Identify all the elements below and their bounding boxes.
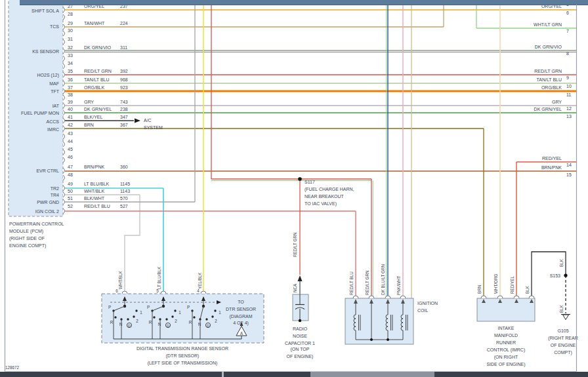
s117-label: NEAR BREAKOUT xyxy=(304,194,345,199)
pcm-pin-table: 27ORG/YEL237 28 29TAN/WHT224 30 31 32DK … xyxy=(68,4,130,208)
imrc-caption-line: SIDE OF ENGINE) xyxy=(486,362,525,367)
g105-line: COMPT) xyxy=(554,350,572,355)
cap-ground-dot xyxy=(299,319,301,322)
pos-r: R xyxy=(149,320,152,325)
scrollbar-thumb[interactable] xyxy=(310,372,434,377)
exit-num: 7 xyxy=(566,29,569,33)
coil-label: IGNITION xyxy=(417,301,438,306)
pos-n: N xyxy=(119,322,123,327)
imrc-caption-line: INTAKE xyxy=(498,326,514,330)
dtr-caption-line: DIGITAL TRANSMISSION RANGE SENSOR xyxy=(136,346,228,351)
pin-number: 29 xyxy=(68,21,73,26)
wire-name: BRN/PNK xyxy=(84,165,104,169)
ground-triangle-icon xyxy=(563,315,569,320)
pos-1: 1 xyxy=(178,310,181,315)
pos-p: P xyxy=(147,305,150,309)
s117-splice: S117 (FUEL CHARGE HARN, NEAR BREAKOUT TO… xyxy=(293,177,354,257)
wire-blk-imrc xyxy=(532,252,566,298)
arrow-right-icon xyxy=(135,119,140,123)
exit-num: 6 xyxy=(566,10,569,15)
signal-label: TR2 xyxy=(51,186,59,191)
wire-name: TAN/LT BLU xyxy=(84,77,110,82)
coil-junction-dot xyxy=(370,338,373,341)
wiring-diagram-page: 27ORG/YEL237 28 29TAN/WHT224 30 31 32DK … xyxy=(0,0,588,377)
coil-wire-label: DK BLU/LT GRN xyxy=(381,264,385,295)
ac-line1: A/C xyxy=(144,118,152,123)
exit-num: 13 xyxy=(566,114,572,119)
blk-label: BLK xyxy=(559,304,564,313)
radio-noise-capacitor: NCA RADIO NOISE CAPACITOR 1 (ON TOP OF E… xyxy=(285,275,315,359)
g105-line: G105 xyxy=(557,328,568,333)
pin-number: 43 xyxy=(68,131,73,136)
wiring-diagram-canvas: 27ORG/YEL237 28 29TAN/WHT224 30 31 32DK … xyxy=(0,0,588,377)
exit-num: 15 xyxy=(566,172,572,177)
dtr-sensor: 6 5 4 WHT/BLK LT BLU/BLK YEL/BLK xyxy=(102,266,264,366)
pin-number: 30 xyxy=(68,28,73,33)
exit-label: DK GRN/YEL xyxy=(534,107,562,111)
cap-wire-label: RED/LT GRN xyxy=(293,232,297,257)
imrc-wire-label: BRN xyxy=(477,285,482,294)
exit-label: WHT/LT GRN xyxy=(534,22,562,27)
wire-name: DK GRN/YEL xyxy=(84,107,112,111)
pin-number: 33 xyxy=(68,53,73,58)
signal-label: ACCS xyxy=(47,119,60,124)
imrc-wire-label: WHT/ORG xyxy=(494,273,498,294)
ignition-coil: IGNITION COIL RED/LT BLU RED/LT GRN DK B… xyxy=(345,264,438,344)
pin-number: 31 xyxy=(68,37,73,41)
exit-num: 14 xyxy=(566,163,572,167)
dtr-wire-label: WHT/BLK xyxy=(118,270,123,289)
coil-pin-arcs xyxy=(353,296,406,298)
pin-number: 35 xyxy=(68,69,73,73)
s153-label: S153 xyxy=(550,273,560,278)
wire-name: RED/LT GRN xyxy=(84,69,112,73)
pin-number: 34 xyxy=(68,61,73,66)
imrc-caption-line: (ON RIGHT xyxy=(494,355,518,360)
coil-wire-label: PNK/WHT xyxy=(396,276,401,295)
exit-label: DK GRN/VIO xyxy=(535,45,562,49)
dtr-note-line: DTR SENSOR xyxy=(226,307,256,311)
ac-system-ref: A/C SYSTEM xyxy=(135,118,163,130)
circuit-number: 923 xyxy=(120,85,128,90)
exit-label: GRY xyxy=(552,100,562,104)
circuit-number: 347 xyxy=(120,115,128,119)
pin-number: 49 xyxy=(68,182,73,186)
wires xyxy=(65,5,576,313)
circuit-number: 238 xyxy=(120,107,128,111)
imrc: BRN WHT/ORG RED/YEL BLK INTAKE MANIFOLD … xyxy=(477,273,535,367)
exit-label: RED/LT GRN xyxy=(534,69,562,73)
imrc-wire-label: BLK xyxy=(525,285,530,294)
dtr-caption: DIGITAL TRANSMISSION RANGE SENSOR (DTR S… xyxy=(136,346,228,366)
pin-number: 38 xyxy=(68,92,73,97)
wire-name: GRY xyxy=(84,100,94,104)
exit-num: 10 xyxy=(566,84,572,89)
cap-caption: CAPACITOR 1 xyxy=(285,341,315,346)
diagram-id: 128672 xyxy=(5,365,20,370)
signal-label: TFT xyxy=(51,89,60,94)
wire-name: WHT/BLK xyxy=(84,189,104,193)
pin-number: 47 xyxy=(68,165,73,169)
pin-number: 45 xyxy=(68,147,73,151)
pin-number: 39 xyxy=(68,100,73,104)
pin-number: 48 xyxy=(68,172,73,177)
dtr-caption-line: (DTR SENSOR) xyxy=(166,353,200,359)
exit-label: ORG/BLK xyxy=(541,85,562,90)
pin-number: 32 xyxy=(68,45,73,50)
pos-p: P xyxy=(187,305,190,309)
wire-name: LT BLU/BLK xyxy=(84,182,110,186)
circuit-number: 743 xyxy=(120,100,128,104)
wire-name: BLK/WHT xyxy=(84,196,105,201)
imrc-caption: INTAKE MANIFOLD RUNNER CONTROL (IMRC) (O… xyxy=(486,326,525,367)
pin-number: 51 xyxy=(68,196,73,201)
signal-label: FUEL PUMP MON xyxy=(21,111,59,115)
splice-dot xyxy=(298,177,302,181)
circuit-number: 968 xyxy=(120,77,128,82)
wire-name: BLK/YEL xyxy=(84,115,103,119)
s153-splice-dot xyxy=(564,273,567,277)
pin-number: 41 xyxy=(68,115,73,119)
g105-caption: G105 (RIGHT REAR OF ENGINE COMPT) xyxy=(548,328,578,355)
signal-label: EVR CTRL xyxy=(36,169,59,173)
pos-d: D xyxy=(207,324,209,328)
dtr-wire-label: LT BLU/BLK xyxy=(157,266,161,289)
cap-caption: NOISE xyxy=(293,334,307,338)
signal-label: SHIFT SOL A xyxy=(32,9,59,13)
